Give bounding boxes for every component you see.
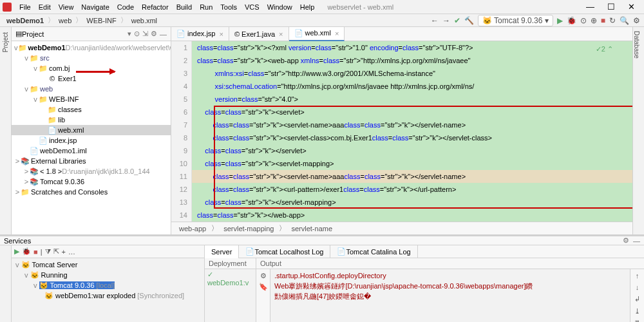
profile-icon[interactable]: ⊕ [591, 16, 597, 25]
hide-icon[interactable]: — [160, 30, 167, 38]
collapse-icon[interactable]: ⇲ [142, 30, 148, 38]
run-icon[interactable]: ▶ [557, 16, 563, 25]
menu-file[interactable]: File [15, 3, 35, 11]
tree-node[interactable]: v📁WEB-INF [12, 94, 171, 104]
bc-mapping[interactable]: servlet-mapping [221, 225, 276, 232]
maximize-button[interactable]: ☐ [601, 2, 621, 12]
editor-tab[interactable]: 📄 index.jsp× [171, 27, 229, 41]
tree-node[interactable]: >📚External Libraries [12, 156, 171, 166]
menu-build[interactable]: Build [173, 3, 196, 11]
services-tree-node[interactable]: v 🐱 Tomcat Server [13, 260, 203, 270]
crumb-file[interactable]: web.xml [129, 17, 160, 24]
close-icon[interactable]: × [279, 30, 283, 38]
tree-node[interactable]: ©Exer1 [12, 73, 171, 84]
gear-icon[interactable]: ⚙ [151, 30, 157, 38]
wrap-icon[interactable]: ↲ [634, 295, 640, 303]
menu-tools[interactable]: Tools [216, 3, 241, 11]
tree-node[interactable]: 📁lib [12, 115, 171, 125]
tree-node[interactable]: v📁com.bj [12, 63, 171, 73]
tree-node[interactable]: 📄webDemo1.iml [12, 146, 171, 156]
target-icon[interactable]: ⊙ [134, 30, 140, 38]
editor-tab[interactable]: © Exer1.java× [229, 27, 289, 41]
services-toolbar: ▶ 🐞 ■ | ⧩ ⇱ + … [12, 245, 204, 258]
menu-view[interactable]: View [55, 3, 78, 11]
editor-tabs: 📄 index.jsp×© Exer1.java×📄 web.xml× [171, 27, 632, 41]
code-line: class=class="str">"k"></web-app> [192, 209, 632, 222]
close-icon[interactable]: × [335, 30, 339, 37]
hammer-icon[interactable]: 🔨 [464, 16, 474, 25]
tab-catalina-log[interactable]: 📄 Tomcat Catalina Log [330, 245, 417, 258]
scroll-end-icon[interactable]: ⤓ [634, 307, 640, 316]
editor-tab[interactable]: 📄 web.xml× [289, 27, 345, 41]
code-line: class=class="str">"k"><web-app xmlns=cla… [192, 54, 632, 67]
menu-navigate[interactable]: Navigate [77, 3, 113, 11]
console-output[interactable]: .startup.HostConfig.deployDirectoryWeb搴旂… [270, 269, 630, 322]
services-tree-node[interactable]: 🐱 webDemo1:war exploded [Synchronized] [13, 290, 203, 301]
console-bookmark-icon[interactable]: 🔖 [256, 283, 270, 291]
inspection-indicator[interactable]: ✓2 ⌃ [596, 43, 613, 55]
panel-select-icon[interactable]: ▾ [128, 30, 131, 38]
tree-node[interactable]: >📚< 1.8 > D:\ruanjian\jdk\jdk1.8.0_144 [12, 166, 171, 176]
tree-node[interactable]: 📁classes [12, 104, 171, 115]
settings-icon[interactable]: ⚙ [633, 16, 640, 25]
run-config-select[interactable]: 🐱 Tomcat 9.0.36 ▾ [478, 15, 553, 26]
tree-node[interactable]: >📁Scratches and Consoles [12, 187, 171, 197]
debug-icon[interactable]: 🐞 [567, 16, 576, 25]
menu-refactor[interactable]: Refactor [138, 3, 173, 11]
services-gear-icon[interactable]: ⚙ [623, 236, 629, 245]
close-icon[interactable]: × [219, 30, 223, 38]
menu-run[interactable]: Run [196, 3, 216, 11]
bc-name[interactable]: servlet-name [289, 225, 335, 232]
menu-code[interactable]: Code [113, 3, 138, 11]
svc-run-icon[interactable]: ▶ [14, 247, 19, 256]
services-tree-node[interactable]: v 🐱 Tomcat 9.0.36 [local] [13, 280, 203, 290]
services-left-stripe [0, 245, 12, 322]
svc-debug-icon[interactable]: 🐞 [22, 247, 31, 256]
svc-filter-icon[interactable]: ⧩ [45, 247, 51, 256]
code-line: xmlns:xsi=class="str">"http://www.w3.org… [192, 67, 632, 80]
tab-localhost-log[interactable]: 📄 Tomcat Localhost Log [239, 245, 330, 258]
stop-icon[interactable]: ■ [601, 16, 605, 25]
tree-node[interactable]: 📄index.jsp [12, 135, 171, 146]
tree-node[interactable]: >📚Tomcat 9.0.36 [12, 176, 171, 187]
deployment-item[interactable]: ✓ webDemo1:v [205, 269, 256, 288]
svc-add-icon[interactable]: + [62, 248, 66, 256]
scroll-up-icon[interactable]: ↑ [636, 272, 639, 279]
project-tree[interactable]: v📁webDemo1 D:\ruanjian\idea\work\webserv… [12, 41, 171, 234]
console-gear-icon[interactable]: ⚙ [256, 272, 270, 280]
menu-edit[interactable]: Edit [35, 3, 55, 11]
checkmark-icon[interactable]: ✔ [454, 16, 460, 25]
services-tree-node[interactable]: v 🐱 Running [13, 270, 203, 280]
tree-node[interactable]: v📁src [12, 53, 171, 63]
bc-webapp[interactable]: web-app [176, 225, 209, 232]
tree-node[interactable]: v📁web [12, 84, 171, 94]
database-tool-tab[interactable]: Database [633, 27, 640, 59]
forward-icon[interactable]: → [442, 16, 450, 25]
tree-node[interactable]: v📁webDemo1 D:\ruanjian\idea\work\webserv… [12, 43, 171, 53]
print-icon[interactable]: 🖶 [634, 319, 641, 322]
crumb-webinf[interactable]: WEB-INF [84, 17, 118, 24]
close-button[interactable]: ✕ [621, 2, 641, 12]
menu-vcs[interactable]: VCS [241, 3, 263, 11]
menu-help[interactable]: Help [296, 3, 319, 11]
code-editor[interactable]: ✓2 ⌃ class=class="str">"k"><?xml version… [192, 41, 632, 222]
scroll-down-icon[interactable]: ↓ [636, 283, 639, 291]
search-icon[interactable]: 🔍 [620, 16, 629, 25]
svc-expand-icon[interactable]: ⇱ [53, 247, 59, 256]
menu-window[interactable]: Window [263, 3, 296, 11]
crumb-web[interactable]: web [56, 17, 74, 24]
svc-stop-icon[interactable]: ■ [33, 248, 38, 256]
minimize-button[interactable]: — [580, 2, 601, 12]
services-hide-icon[interactable]: — [633, 237, 640, 245]
crumb-project[interactable]: webDemo1 [4, 17, 46, 24]
tree-node[interactable]: 📄web.xml [12, 125, 171, 135]
services-tree[interactable]: v 🐱 Tomcat Serverv 🐱 Runningv 🐱 Tomcat 9… [12, 258, 204, 322]
code-line: class=class="str">"k"><servlet-name>aaac… [192, 118, 632, 131]
back-icon[interactable]: ← [431, 16, 439, 25]
update-icon[interactable]: ↻ [609, 16, 616, 25]
panel-expand-icon[interactable]: ▤ [15, 30, 22, 38]
project-tool-tab[interactable]: Project [2, 32, 9, 52]
coverage-icon[interactable]: ⊙ [580, 16, 587, 25]
tab-server[interactable]: Server [205, 245, 239, 258]
editor-area: 📄 index.jsp×© Exer1.java×📄 web.xml× 1234… [171, 27, 632, 234]
